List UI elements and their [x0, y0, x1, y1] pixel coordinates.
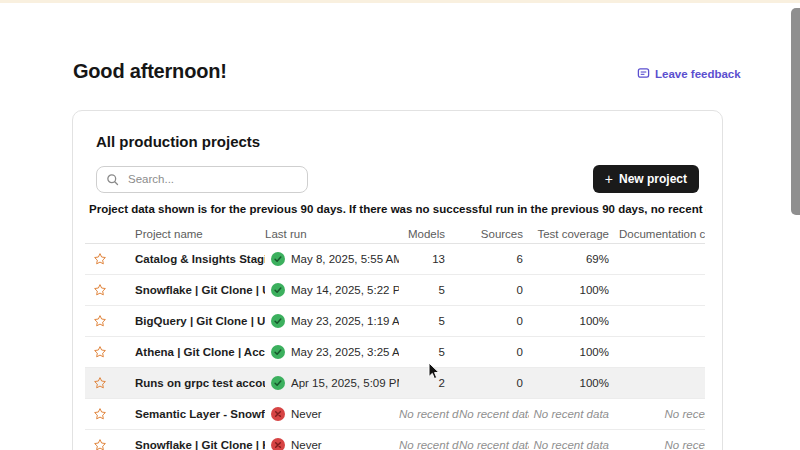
table-row[interactable]: Semantic Layer - SnowflakeNeverNo recent…: [85, 399, 705, 430]
last-run-cell: May 14, 2025, 5:22 PM BST: [265, 283, 399, 297]
x-circle-icon: [271, 438, 285, 450]
page-title: Good afternoon!: [73, 60, 227, 83]
project-name-cell: Runs on grpc test account: [127, 377, 265, 389]
column-header-test-coverage[interactable]: Test coverage: [529, 228, 619, 240]
sources-value-cell: 6: [459, 253, 529, 265]
sources-value-cell: 0: [459, 284, 529, 296]
last-run-cell: Never: [265, 438, 399, 450]
panel-toolbar: + New project: [96, 165, 699, 193]
last-run-cell: May 23, 2025, 3:25 AM BST: [265, 345, 399, 359]
models-value-cell: 2: [399, 377, 459, 389]
favorite-star-icon[interactable]: [85, 252, 127, 266]
projects-table: Project name Last run Models Sources Tes…: [85, 224, 705, 450]
plus-icon: +: [605, 172, 613, 186]
search-icon: [106, 173, 119, 186]
feedback-chat-icon: [637, 67, 650, 80]
search-input[interactable]: [126, 172, 298, 186]
last-run-text: Never: [291, 439, 322, 450]
project-name-cell: Catalog & Insights Staging...: [127, 253, 265, 265]
test-value-cell: No recent data: [529, 408, 619, 420]
favorite-star-icon[interactable]: [85, 376, 127, 390]
search-input-container[interactable]: [96, 166, 308, 193]
sources-value-cell: No recent data: [459, 408, 529, 420]
sources-value-cell: 0: [459, 346, 529, 358]
models-value-cell: 5: [399, 284, 459, 296]
column-header-last-run[interactable]: Last run: [265, 228, 399, 240]
sources-value-cell: No recent data: [459, 439, 529, 450]
last-run-text: May 14, 2025, 5:22 PM BST: [291, 284, 399, 296]
panel-title: All production projects: [96, 133, 722, 150]
project-name-cell: Semantic Layer - Snowflake: [127, 408, 265, 420]
favorite-star-icon[interactable]: [85, 314, 127, 328]
project-link[interactable]: Snowflake | Git Clone | Key...: [135, 439, 265, 450]
project-link[interactable]: Catalog & Insights Staging...: [135, 253, 265, 265]
check-circle-icon: [271, 345, 285, 359]
column-header-project-name[interactable]: Project name: [127, 228, 265, 240]
models-value-cell: No recent data: [399, 439, 459, 450]
sources-value-cell: 0: [459, 315, 529, 327]
test-value-cell: No recent data: [529, 439, 619, 450]
table-header-row: Project name Last run Models Sources Tes…: [85, 224, 705, 244]
favorite-star-icon[interactable]: [85, 438, 127, 450]
last-run-text: Never: [291, 408, 322, 420]
table-row[interactable]: Runs on grpc test accountApr 15, 2025, 5…: [85, 368, 705, 399]
table-row[interactable]: Catalog & Insights Staging...May 8, 2025…: [85, 244, 705, 275]
projects-panel: All production projects + New project Pr…: [72, 110, 723, 450]
test-value-cell: 100%: [529, 315, 619, 327]
column-header-documentation-coverage[interactable]: Documentation coverage: [619, 228, 705, 240]
doc-value-cell: No recent data: [619, 408, 705, 420]
last-run-cell: May 8, 2025, 5:55 AM BST: [265, 252, 399, 266]
data-range-notice: Project data shown is for the previous 9…: [89, 203, 706, 215]
project-name-cell: Athena | Git Clone | Acces...: [127, 346, 265, 358]
sources-value-cell: 0: [459, 377, 529, 389]
models-value-cell: 5: [399, 315, 459, 327]
project-name-cell: Snowflake | Git Clone | Key...: [127, 439, 265, 450]
new-project-label: New project: [619, 172, 687, 186]
column-header-sources[interactable]: Sources: [459, 228, 529, 240]
project-link[interactable]: Snowflake | Git Clone | Use...: [135, 284, 265, 296]
top-banner-strip: [0, 0, 800, 3]
check-circle-icon: [271, 376, 285, 390]
project-link[interactable]: Semantic Layer - Snowflake: [135, 408, 265, 420]
favorite-star-icon[interactable]: [85, 345, 127, 359]
test-value-cell: 100%: [529, 346, 619, 358]
vertical-scrollbar[interactable]: [791, 8, 800, 215]
last-run-text: May 8, 2025, 5:55 AM BST: [291, 253, 399, 265]
project-link[interactable]: Athena | Git Clone | Acces...: [135, 346, 265, 358]
x-circle-icon: [271, 407, 285, 421]
table-row[interactable]: Snowflake | Git Clone | Key...NeverNo re…: [85, 430, 705, 450]
last-run-text: Apr 15, 2025, 5:09 PM BST: [291, 377, 399, 389]
leave-feedback-link[interactable]: Leave feedback: [637, 67, 741, 80]
project-name-cell: Snowflake | Git Clone | Use...: [127, 284, 265, 296]
last-run-cell: Apr 15, 2025, 5:09 PM BST: [265, 376, 399, 390]
favorite-star-icon[interactable]: [85, 407, 127, 421]
check-circle-icon: [271, 252, 285, 266]
leave-feedback-label: Leave feedback: [655, 68, 741, 80]
doc-value-cell: No recent data: [619, 439, 705, 450]
last-run-cell: Never: [265, 407, 399, 421]
column-header-models[interactable]: Models: [399, 228, 459, 240]
check-circle-icon: [271, 283, 285, 297]
last-run-text: May 23, 2025, 1:19 AM BST: [291, 315, 399, 327]
test-value-cell: 100%: [529, 284, 619, 296]
project-link[interactable]: Runs on grpc test account: [135, 377, 265, 389]
models-value-cell: 13: [399, 253, 459, 265]
models-value-cell: 5: [399, 346, 459, 358]
project-link[interactable]: BigQuery | Git Clone | User...: [135, 315, 265, 327]
last-run-cell: May 23, 2025, 1:19 AM BST: [265, 314, 399, 328]
test-value-cell: 69%: [529, 253, 619, 265]
test-value-cell: 100%: [529, 377, 619, 389]
check-circle-icon: [271, 314, 285, 328]
table-body: Catalog & Insights Staging...May 8, 2025…: [85, 244, 705, 450]
new-project-button[interactable]: + New project: [593, 165, 699, 193]
favorite-star-icon[interactable]: [85, 283, 127, 297]
last-run-text: May 23, 2025, 3:25 AM BST: [291, 346, 399, 358]
table-row[interactable]: BigQuery | Git Clone | User...May 23, 20…: [85, 306, 705, 337]
table-row[interactable]: Snowflake | Git Clone | Use...May 14, 20…: [85, 275, 705, 306]
table-row[interactable]: Athena | Git Clone | Acces...May 23, 202…: [85, 337, 705, 368]
models-value-cell: No recent data: [399, 408, 459, 420]
project-name-cell: BigQuery | Git Clone | User...: [127, 315, 265, 327]
